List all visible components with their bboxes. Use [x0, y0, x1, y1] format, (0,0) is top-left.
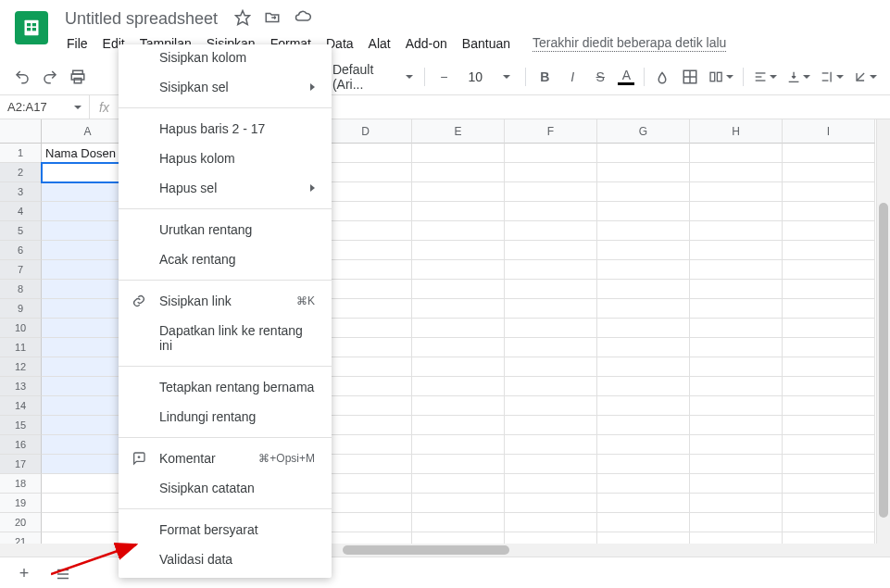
- cell-H9[interactable]: [690, 299, 783, 319]
- cell-D1[interactable]: [320, 144, 412, 163]
- all-sheets-button[interactable]: [48, 561, 78, 587]
- cell-D12[interactable]: [320, 357, 412, 377]
- cell-D6[interactable]: [320, 241, 412, 260]
- cell-G7[interactable]: [597, 260, 690, 280]
- cell-G6[interactable]: [597, 241, 690, 260]
- scrollbar-thumb[interactable]: [879, 203, 888, 518]
- cell-E17[interactable]: [412, 455, 505, 474]
- cell-D20[interactable]: [320, 513, 412, 532]
- cell-I20[interactable]: [783, 513, 875, 532]
- column-header-H[interactable]: H: [690, 119, 783, 144]
- cell-I2[interactable]: [783, 163, 875, 182]
- cell-H13[interactable]: [690, 377, 783, 396]
- cell-E6[interactable]: [412, 241, 505, 260]
- cell-H3[interactable]: [690, 182, 783, 202]
- cell-I13[interactable]: [783, 377, 875, 396]
- context-menu-item[interactable]: Sisipkan catatan: [119, 473, 332, 503]
- cell-I3[interactable]: [783, 182, 875, 202]
- vertical-scrollbar[interactable]: [876, 119, 890, 544]
- move-to-folder-icon[interactable]: [262, 7, 282, 31]
- vertical-align-button[interactable]: [783, 64, 814, 90]
- cell-I16[interactable]: [783, 435, 875, 455]
- row-header-12[interactable]: 12: [0, 357, 42, 377]
- row-header-10[interactable]: 10: [0, 319, 42, 338]
- cell-F19[interactable]: [505, 494, 597, 513]
- cell-F9[interactable]: [505, 299, 597, 319]
- cell-E4[interactable]: [412, 202, 505, 221]
- cell-G21[interactable]: [597, 532, 690, 544]
- cell-E14[interactable]: [412, 396, 505, 416]
- cell-D7[interactable]: [320, 260, 412, 280]
- cell-F4[interactable]: [505, 202, 597, 221]
- cell-G18[interactable]: [597, 474, 690, 494]
- cell-F5[interactable]: [505, 221, 597, 241]
- bold-button[interactable]: B: [532, 64, 558, 90]
- cell-G3[interactable]: [597, 182, 690, 202]
- add-sheet-button[interactable]: +: [9, 561, 39, 587]
- cell-I5[interactable]: [783, 221, 875, 241]
- column-header-D[interactable]: D: [320, 119, 412, 144]
- cell-H21[interactable]: [690, 532, 783, 544]
- cell-E13[interactable]: [412, 377, 505, 396]
- cell-E20[interactable]: [412, 513, 505, 532]
- column-header-I[interactable]: I: [783, 119, 875, 144]
- italic-button[interactable]: I: [559, 64, 585, 90]
- row-header-18[interactable]: 18: [0, 474, 42, 494]
- document-title[interactable]: Untitled spreadsheet: [59, 7, 223, 31]
- cell-D5[interactable]: [320, 221, 412, 241]
- cell-F11[interactable]: [505, 338, 597, 357]
- cell-H11[interactable]: [690, 338, 783, 357]
- cell-D10[interactable]: [320, 319, 412, 338]
- cell-E11[interactable]: [412, 338, 505, 357]
- cell-D19[interactable]: [320, 494, 412, 513]
- cell-D4[interactable]: [320, 202, 412, 221]
- row-header-15[interactable]: 15: [0, 416, 42, 435]
- cell-G15[interactable]: [597, 416, 690, 435]
- cell-H15[interactable]: [690, 416, 783, 435]
- cell-F10[interactable]: [505, 319, 597, 338]
- cell-H18[interactable]: [690, 474, 783, 494]
- cell-E2[interactable]: [412, 163, 505, 182]
- cell-H16[interactable]: [690, 435, 783, 455]
- cell-I10[interactable]: [783, 319, 875, 338]
- cell-G20[interactable]: [597, 513, 690, 532]
- cell-F6[interactable]: [505, 241, 597, 260]
- cell-E12[interactable]: [412, 357, 505, 377]
- cell-E15[interactable]: [412, 416, 505, 435]
- context-menu-item[interactable]: Hapus kolom: [119, 144, 332, 173]
- cell-I7[interactable]: [783, 260, 875, 280]
- context-menu-item[interactable]: Acak rentang: [119, 244, 332, 274]
- cell-E7[interactable]: [412, 260, 505, 280]
- undo-button[interactable]: [9, 64, 35, 90]
- last-edit-link[interactable]: Terakhir diedit beberapa detik lalu: [533, 35, 726, 52]
- cell-E3[interactable]: [412, 182, 505, 202]
- print-button[interactable]: [65, 64, 91, 90]
- cell-D2[interactable]: [320, 163, 412, 182]
- row-header-13[interactable]: 13: [0, 377, 42, 396]
- context-menu-item[interactable]: Validasi data: [119, 544, 332, 574]
- cell-F18[interactable]: [505, 474, 597, 494]
- cell-I21[interactable]: [783, 532, 875, 544]
- borders-button[interactable]: [677, 64, 703, 90]
- strikethrough-button[interactable]: S: [587, 64, 613, 90]
- cloud-saved-icon[interactable]: [292, 7, 314, 31]
- cell-F7[interactable]: [505, 260, 597, 280]
- cell-F2[interactable]: [505, 163, 597, 182]
- merge-cells-button[interactable]: [705, 64, 736, 90]
- context-menu-item[interactable]: Dapatkan link ke rentang ini: [119, 316, 332, 360]
- cell-E16[interactable]: [412, 435, 505, 455]
- cell-I18[interactable]: [783, 474, 875, 494]
- name-box[interactable]: A2:A17: [0, 95, 90, 119]
- scrollbar-thumb[interactable]: [343, 545, 509, 555]
- cell-G4[interactable]: [597, 202, 690, 221]
- cell-D13[interactable]: [320, 377, 412, 396]
- context-menu-item[interactable]: Tetapkan rentang bernama: [119, 372, 332, 402]
- cell-E18[interactable]: [412, 474, 505, 494]
- menubar-file[interactable]: File: [59, 32, 95, 55]
- cell-F1[interactable]: [505, 144, 597, 163]
- star-icon[interactable]: [232, 7, 253, 31]
- font-size-decrease[interactable]: −: [431, 64, 457, 90]
- cell-F21[interactable]: [505, 532, 597, 544]
- row-header-19[interactable]: 19: [0, 494, 42, 513]
- text-color-button[interactable]: A: [615, 68, 637, 85]
